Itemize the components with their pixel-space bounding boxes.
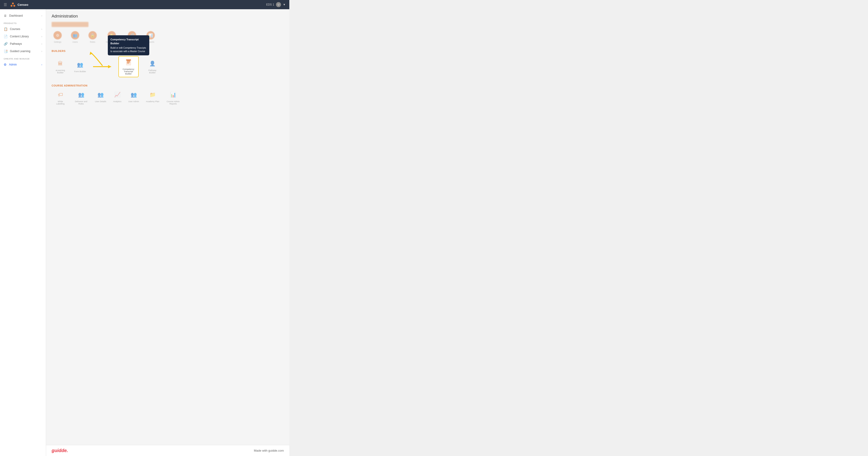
top-navigation: ☰ Censeo EDS 1 U ▼: [0, 0, 289, 9]
course-admin-reports-label: Course Admin Reports: [166, 100, 180, 105]
sidebar-item-label: Guided Learning: [10, 50, 30, 53]
white-labelling-label: White Labelling: [54, 100, 67, 105]
sidebar-item-dashboard[interactable]: 🖥 Dashboard ›: [0, 12, 46, 19]
user-admin-item[interactable]: 👥 User Admin: [128, 91, 139, 105]
form-builder-icon: 👥: [76, 61, 84, 69]
analytics-label: Analytics: [113, 100, 121, 103]
white-labelling-item[interactable]: 🏷 White Labelling: [54, 91, 67, 105]
pathway-builder-item[interactable]: 👤 Pathway Builder: [146, 59, 159, 74]
highlighted-box[interactable]: Competency Transcript Builder: [118, 56, 139, 77]
white-labelling-icon: 🏷: [56, 91, 64, 99]
products-section-label: PRODUCTS: [0, 19, 46, 25]
top-icons-grid: ⚙ Settings 👥 Users 🔒 Roles 🔔 Notificatio…: [52, 31, 284, 43]
sidebar-item-admin[interactable]: ⚙ Admin ›: [0, 61, 46, 68]
content-library-icon: 📄: [4, 35, 8, 38]
course-admin-reports-item[interactable]: 📊 Course Admin Reports: [166, 91, 180, 105]
course-admin-section-label: COURSE ADMINISTRATION: [52, 84, 284, 87]
pathway-builder-icon: 👤: [148, 59, 157, 68]
competency-svg-icon: [126, 59, 131, 65]
user-label: EDS 1: [266, 3, 274, 6]
svg-rect-6: [126, 60, 131, 65]
censeo-logo-text: Censeo: [18, 3, 28, 6]
nav-left: ☰ Censeo: [4, 1, 28, 8]
sidebar-item-label: Pathways: [10, 42, 22, 46]
chevron-icon: ›: [41, 63, 42, 66]
top-icon-item[interactable]: ⚙ Settings: [54, 31, 62, 43]
svg-point-2: [13, 5, 15, 7]
sidebar-item-content-library[interactable]: 📄 Content Library ›: [0, 33, 46, 40]
builders-section-label: BUILDERS: [52, 50, 284, 52]
elearning-builder-icon: 🏛: [56, 59, 64, 68]
top-icon-item[interactable]: 🔒 Roles: [89, 31, 97, 43]
dashboard-icon: 🖥: [4, 14, 7, 18]
yellow-curved-arrow: [89, 52, 107, 68]
svg-point-0: [12, 3, 14, 4]
svg-point-1: [10, 5, 12, 7]
analytics-item[interactable]: 📈 Analytics: [113, 91, 121, 105]
icon-circle: ⚙: [54, 31, 62, 39]
competency-transcript-builder-label: Competency Transcript Builder: [122, 68, 135, 75]
create-manage-section-label: CREATE AND MANAGE: [0, 55, 46, 61]
chevron-icon: ›: [41, 50, 42, 53]
competency-transcript-builder-item[interactable]: Competency Transcript Builder Build or e…: [118, 56, 139, 77]
sidebar-item-courses[interactable]: 📋 Courses ›: [0, 25, 46, 33]
sidebar-item-label: Courses: [10, 27, 20, 31]
arrow-area: [93, 63, 112, 70]
hamburger-menu[interactable]: ☰: [4, 3, 7, 7]
courses-icon: 📋: [4, 27, 8, 31]
academy-plan-label: Academy Plan: [146, 100, 159, 103]
sidebar-item-pathways[interactable]: 🔗 Pathways ›: [0, 40, 46, 48]
icon-label: Users: [72, 41, 78, 43]
main-layout: 🖥 Dashboard › PRODUCTS 📋 Courses › 📄 Con…: [0, 9, 289, 456]
sidebar: 🖥 Dashboard › PRODUCTS 📋 Courses › 📄 Con…: [0, 9, 46, 456]
top-icon-item[interactable]: 👥 Users: [71, 31, 79, 43]
svg-rect-9: [127, 63, 129, 63]
svg-rect-8: [127, 62, 130, 62]
page-title: Administration: [52, 14, 284, 19]
deliverer-roles-label: Deliverer and Roles: [74, 100, 88, 105]
dropdown-icon[interactable]: ▼: [283, 3, 286, 6]
deliverer-roles-item[interactable]: 👥 Deliverer and Roles: [74, 91, 88, 105]
builders-grid: 🏛 eLearning Builder 👥 Form Builder: [52, 56, 284, 77]
chevron-icon: ›: [41, 28, 42, 30]
pathways-icon: 🔗: [4, 42, 8, 46]
user-avatar[interactable]: U: [276, 2, 281, 7]
academy-plan-icon: 📁: [149, 91, 157, 99]
form-builder-item[interactable]: 👥 Form Builder: [74, 61, 86, 73]
svg-marker-5: [108, 65, 112, 68]
academy-plan-item[interactable]: 📁 Academy Plan: [146, 91, 159, 105]
icon-label: Roles: [90, 41, 95, 43]
footer-brand: guidde.: [52, 448, 68, 453]
sidebar-item-label: Admin: [9, 63, 17, 66]
elearning-builder-label: eLearning Builder: [54, 69, 67, 74]
footer: guidde. Made with guidde.com: [46, 445, 289, 456]
chevron-icon: ›: [41, 15, 42, 17]
user-details-item[interactable]: 👥 User Details: [95, 91, 106, 105]
icon-circle: 👥: [71, 31, 79, 39]
course-admin-reports-icon: 📊: [169, 91, 177, 99]
user-details-icon: 👥: [96, 91, 105, 99]
user-admin-icon: 👥: [129, 91, 138, 99]
blurred-bar: [52, 22, 89, 27]
competency-transcript-tooltip: Competency Transcript Builder Build or e…: [108, 35, 149, 55]
user-admin-label: User Admin: [128, 100, 139, 103]
competency-icon: [124, 58, 133, 67]
deliverer-roles-icon: 👥: [77, 91, 85, 99]
user-details-label: User Details: [95, 100, 106, 103]
chevron-icon: ›: [41, 43, 42, 45]
svg-rect-7: [127, 61, 130, 61]
icon-label: Settings: [54, 41, 62, 43]
tooltip-title: Competency Transcript Builder: [111, 37, 147, 45]
elearning-builder-item[interactable]: 🏛 eLearning Builder: [54, 59, 67, 74]
footer-made-with: Made with guidde.com: [254, 449, 284, 452]
guided-learning-icon: 📑: [4, 49, 8, 53]
admin-icon: ⚙: [4, 63, 7, 66]
sidebar-item-guided-learning[interactable]: 📑 Guided Learning ›: [0, 48, 46, 55]
tooltip-description: Build or edit Competency Trascipts to as…: [111, 46, 147, 53]
censeo-logo-icon: [10, 1, 16, 8]
svg-rect-10: [126, 59, 131, 60]
admin-grid: 🏷 White Labelling 👥 Deliverer and Roles …: [52, 91, 284, 105]
chevron-icon: ›: [41, 35, 42, 38]
main-content: Administration ⚙ Settings 👥 Users 🔒: [46, 9, 289, 445]
icon-circle: 🔒: [89, 31, 97, 39]
